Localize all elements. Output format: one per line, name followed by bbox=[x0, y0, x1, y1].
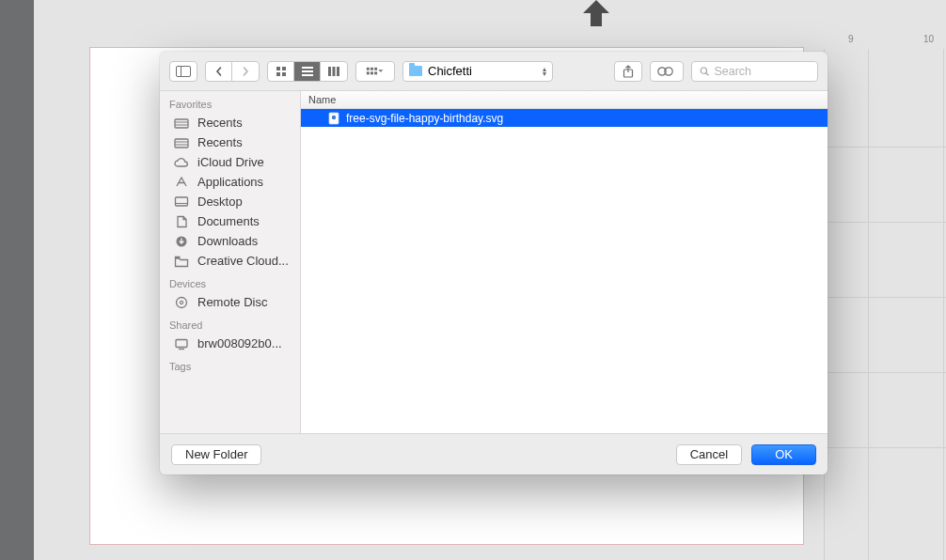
sidebar-item-label: Remote Disc bbox=[197, 295, 267, 309]
sidebar-item-applications[interactable]: Applications bbox=[160, 172, 300, 192]
sidebar-item-label: brw008092b0... bbox=[197, 336, 282, 350]
cloud-icon bbox=[173, 156, 190, 169]
sidebar-item-downloads[interactable]: Downloads bbox=[160, 231, 300, 251]
svg-rect-0 bbox=[177, 66, 191, 76]
sidebar: Favorites Recents Recents iCloud Drive A… bbox=[160, 91, 301, 433]
back-button[interactable] bbox=[206, 62, 232, 81]
new-folder-button[interactable]: New Folder bbox=[171, 444, 261, 465]
sidebar-item-desktop[interactable]: Desktop bbox=[160, 192, 300, 211]
ruler-mark-10: 10 bbox=[923, 34, 934, 44]
chevron-updown-icon: ▴▾ bbox=[543, 67, 546, 76]
dialog-body: Favorites Recents Recents iCloud Drive A… bbox=[160, 91, 828, 433]
file-list[interactable]: free-svg-file-happy-birthday.svg bbox=[301, 109, 828, 433]
sidebar-item-creative-cloud[interactable]: Creative Cloud... bbox=[160, 251, 300, 271]
view-icons-button[interactable] bbox=[268, 62, 294, 81]
svg-rect-7 bbox=[302, 70, 313, 72]
svg-line-22 bbox=[706, 72, 709, 75]
svg-point-21 bbox=[701, 68, 706, 73]
sidebar-toggle-button[interactable] bbox=[169, 61, 197, 82]
search-icon bbox=[700, 66, 709, 77]
view-mode-segmented bbox=[267, 61, 348, 82]
view-list-button[interactable] bbox=[294, 62, 321, 81]
sidebar-item-documents[interactable]: Documents bbox=[160, 211, 300, 231]
svg-rect-12 bbox=[367, 67, 370, 70]
dialog-toolbar: Chicfetti ▴▾ bbox=[160, 52, 828, 91]
file-open-dialog: Chicfetti ▴▾ Favorites Recents Recents bbox=[160, 52, 828, 474]
sidebar-item-recents[interactable]: Recents bbox=[160, 132, 300, 152]
sidebar-header-tags: Tags bbox=[160, 353, 300, 375]
dialog-footer: New Folder Cancel OK bbox=[160, 433, 828, 474]
ruler-horizontal: 9 10 bbox=[818, 34, 946, 49]
disc-icon bbox=[173, 296, 190, 309]
svg-rect-10 bbox=[333, 67, 336, 76]
file-row[interactable]: free-svg-file-happy-birthday.svg bbox=[301, 109, 828, 127]
svg-rect-15 bbox=[367, 71, 370, 74]
sidebar-item-label: Applications bbox=[197, 175, 263, 189]
grid-line-vertical bbox=[943, 49, 944, 560]
svg-rect-4 bbox=[276, 72, 280, 76]
search-field[interactable] bbox=[691, 61, 818, 82]
search-input[interactable] bbox=[714, 65, 810, 78]
sidebar-item-icloud[interactable]: iCloud Drive bbox=[160, 152, 300, 172]
ok-button[interactable]: OK bbox=[751, 444, 816, 465]
grid-line-vertical bbox=[868, 49, 869, 560]
svg-rect-26 bbox=[175, 139, 188, 148]
svg-rect-8 bbox=[302, 74, 313, 76]
sidebar-item-label: Recents bbox=[197, 116, 243, 130]
svg-rect-13 bbox=[371, 67, 373, 70]
page-marker-arrow-icon bbox=[577, 0, 615, 28]
svg-file-icon bbox=[327, 112, 340, 125]
grid-line-horizontal bbox=[824, 222, 946, 223]
file-area: Name free-svg-file-happy-birthday.svg bbox=[301, 91, 828, 433]
svg-rect-23 bbox=[175, 119, 188, 128]
tags-button[interactable] bbox=[650, 61, 684, 82]
cancel-button[interactable]: Cancel bbox=[676, 444, 742, 465]
svg-rect-3 bbox=[282, 67, 286, 70]
sidebar-header-favorites: Favorites bbox=[160, 91, 300, 113]
sidebar-item-recents[interactable]: Recents bbox=[160, 113, 300, 132]
svg-rect-16 bbox=[371, 71, 373, 74]
column-header-name[interactable]: Name bbox=[301, 91, 828, 109]
view-columns-button[interactable] bbox=[321, 62, 347, 81]
sidebar-item-shared-device[interactable]: brw008092b0... bbox=[160, 334, 300, 353]
grid-line-horizontal bbox=[824, 447, 946, 448]
sidebar-item-label: Desktop bbox=[197, 194, 243, 209]
grid-line-horizontal bbox=[824, 147, 946, 148]
svg-point-38 bbox=[332, 115, 336, 118]
sidebar-header-devices: Devices bbox=[160, 271, 300, 292]
sidebar-item-label: Recents bbox=[197, 135, 243, 149]
path-dropdown[interactable]: Chicfetti ▴▾ bbox=[402, 61, 553, 82]
file-name: free-svg-file-happy-birthday.svg bbox=[346, 112, 503, 125]
documents-icon bbox=[173, 215, 190, 228]
sidebar-item-remote-disc[interactable]: Remote Disc bbox=[160, 292, 300, 312]
forward-button[interactable] bbox=[232, 62, 259, 81]
svg-rect-2 bbox=[276, 67, 280, 70]
arrange-button[interactable] bbox=[356, 62, 394, 81]
computer-icon bbox=[173, 337, 190, 350]
grid-line-horizontal bbox=[824, 372, 946, 373]
sidebar-item-label: Creative Cloud... bbox=[197, 254, 289, 268]
svg-rect-30 bbox=[176, 197, 188, 206]
downloads-icon bbox=[173, 235, 190, 248]
recents-icon bbox=[173, 117, 190, 130]
folder-icon bbox=[173, 255, 190, 268]
svg-rect-5 bbox=[282, 72, 286, 76]
path-folder-name: Chicfetti bbox=[428, 64, 472, 78]
nav-back-forward bbox=[205, 61, 260, 82]
svg-rect-9 bbox=[328, 67, 331, 76]
sidebar-item-label: iCloud Drive bbox=[197, 155, 264, 169]
share-button[interactable] bbox=[614, 61, 642, 82]
svg-point-33 bbox=[177, 297, 187, 307]
button-label: OK bbox=[775, 447, 793, 461]
desktop-icon bbox=[173, 195, 190, 209]
button-label: Cancel bbox=[690, 447, 728, 461]
sidebar-item-label: Documents bbox=[197, 214, 260, 228]
ruler-mark-9: 9 bbox=[848, 34, 854, 44]
button-label: New Folder bbox=[185, 447, 247, 461]
recents-icon bbox=[173, 136, 190, 149]
arrange-segmented bbox=[355, 61, 395, 82]
app-dark-margin bbox=[0, 0, 34, 560]
svg-rect-14 bbox=[374, 67, 377, 70]
grid-line-horizontal bbox=[824, 297, 946, 298]
folder-icon bbox=[409, 66, 422, 76]
